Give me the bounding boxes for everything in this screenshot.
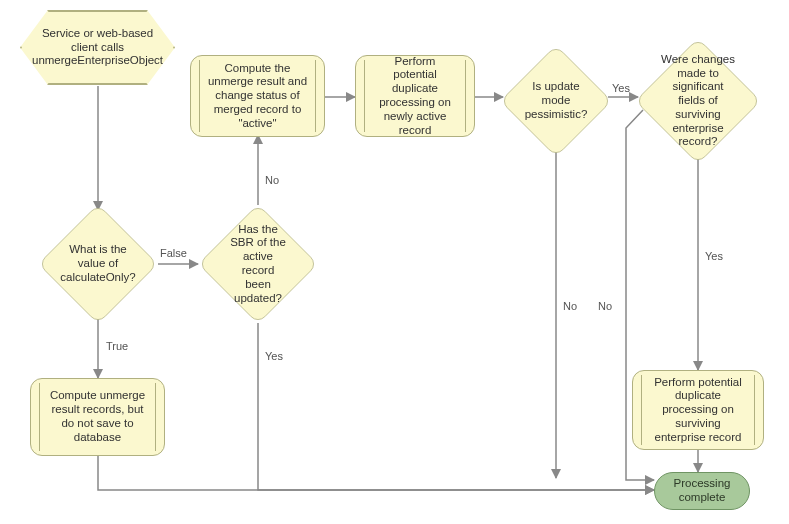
decision-calculate-only-label: What is the value of calculateOnly? <box>54 243 142 284</box>
start-label: Service or web-based client calls unmerg… <box>32 27 163 68</box>
process-pdp-surviving-label: Perform potential duplicate processing o… <box>649 376 747 445</box>
start-node: Service or web-based client calls unmerg… <box>20 10 175 85</box>
process-compute-and-active: Compute the unmerge result and change st… <box>190 55 325 137</box>
terminator-end: Processing complete <box>654 472 750 510</box>
decision-sbr-updated-label: Has the SBR of the active record been up… <box>214 223 302 306</box>
edge-label-pess-yes: Yes <box>612 82 630 94</box>
edge-label-sbr-no: No <box>265 174 279 186</box>
terminator-end-label: Processing complete <box>671 477 733 505</box>
process-compute-and-active-label: Compute the unmerge result and change st… <box>207 62 308 131</box>
process-pdp-new-active-label: Perform potential duplicate processing o… <box>372 55 458 138</box>
edge-label-false: False <box>160 247 187 259</box>
decision-update-pessimistic-label: Is update mode pessimistic? <box>513 80 600 121</box>
process-compute-no-save: Compute unmerge result records, but do n… <box>30 378 165 456</box>
process-compute-no-save-label: Compute unmerge result records, but do n… <box>47 389 148 444</box>
decision-update-pessimistic: Is update mode pessimistic? <box>500 45 612 157</box>
edge-label-sig-yes: Yes <box>705 250 723 262</box>
decision-significant-changes: Were changes made to significant fields … <box>635 38 761 164</box>
process-pdp-new-active: Perform potential duplicate processing o… <box>355 55 475 137</box>
flowchart-canvas: { "nodes": { "start": "Service or web-ba… <box>0 0 789 524</box>
decision-significant-changes-label: Were changes made to significant fields … <box>651 53 745 150</box>
decision-calculate-only: What is the value of calculateOnly? <box>38 204 158 324</box>
edge-label-sbr-yes: Yes <box>265 350 283 362</box>
edge-label-sig-no: No <box>598 300 612 312</box>
edge-label-true: True <box>106 340 128 352</box>
process-pdp-surviving: Perform potential duplicate processing o… <box>632 370 764 450</box>
decision-sbr-updated: Has the SBR of the active record been up… <box>198 204 318 324</box>
edge-label-pess-no: No <box>563 300 577 312</box>
